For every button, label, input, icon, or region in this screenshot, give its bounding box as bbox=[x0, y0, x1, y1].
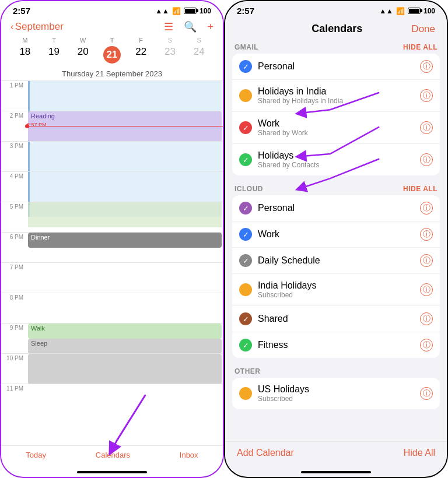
date-label: Thursday 21 September 2023 bbox=[10, 68, 214, 80]
hide-all-button[interactable]: Hide All bbox=[404, 448, 435, 458]
icloud-india-item[interactable]: India Holidays Subscribed ⓘ bbox=[232, 274, 440, 306]
time-slot-8pm bbox=[27, 293, 223, 323]
other-label: OTHER bbox=[235, 367, 261, 375]
date-20[interactable]: 20 bbox=[68, 45, 97, 65]
add-calendar-button[interactable]: Add Calendar bbox=[237, 448, 294, 458]
weekday-4: F bbox=[127, 37, 156, 44]
list-icon[interactable]: ☰ bbox=[164, 20, 173, 33]
walk-event[interactable]: Walk bbox=[28, 324, 222, 339]
date-19[interactable]: 19 bbox=[40, 45, 69, 65]
icloud-hide-all[interactable]: HIDE ALL bbox=[403, 185, 438, 193]
weekday-2: W bbox=[68, 37, 97, 44]
icloud-personal-info-btn[interactable]: ⓘ bbox=[420, 202, 433, 215]
cal-toolbar: ☰ 🔍 + bbox=[164, 20, 214, 33]
other-us-name: US Holidays bbox=[258, 384, 420, 395]
icloud-work-info-btn[interactable]: ⓘ bbox=[420, 228, 433, 241]
gmail-holidays-info-btn[interactable]: ⓘ bbox=[420, 89, 433, 102]
icloud-india-info-btn[interactable]: ⓘ bbox=[420, 283, 433, 296]
other-us-sub: Subscribed bbox=[258, 395, 420, 403]
icloud-fitness-item[interactable]: ✓ Fitness ⓘ bbox=[232, 332, 440, 358]
time-row-5pm: 5 PM bbox=[1, 202, 223, 232]
gmail-personal-info: Personal bbox=[258, 61, 420, 72]
time-slot-4pm bbox=[27, 172, 223, 202]
tab-inbox[interactable]: Inbox bbox=[180, 451, 198, 459]
date-22[interactable]: 22 bbox=[127, 45, 156, 65]
right-status-bar: 2:57 ▲▲ 📶 100 bbox=[225, 1, 447, 18]
date-23[interactable]: 23 bbox=[156, 45, 185, 65]
reading-event[interactable]: Reading bbox=[28, 111, 222, 142]
tab-calendars[interactable]: Calendars bbox=[96, 451, 130, 459]
icloud-daily-info-btn[interactable]: ⓘ bbox=[420, 254, 433, 267]
reading-label: Reading bbox=[31, 113, 55, 119]
home-indicator bbox=[77, 471, 147, 473]
sleep-event[interactable]: Sleep bbox=[28, 339, 222, 354]
icloud-daily-item[interactable]: ✓ Daily Schedule ⓘ bbox=[232, 248, 440, 274]
time-row-8pm: 8 PM bbox=[1, 293, 223, 323]
time-row-7pm: 7 PM bbox=[1, 262, 223, 293]
time-indicator: 2:57 PM bbox=[27, 126, 223, 126]
time-row-3pm: 3 PM bbox=[1, 141, 223, 171]
chevron-left-icon: ‹ bbox=[10, 21, 14, 33]
time-label-9pm: 9 PM bbox=[1, 324, 27, 353]
gmail-work-info-btn[interactable]: ⓘ bbox=[420, 121, 433, 134]
gmail-holidays-item[interactable]: Holidays in India Shared by Holidays in … bbox=[232, 80, 440, 112]
right-battery-icon bbox=[408, 8, 421, 14]
icloud-work-info: Work bbox=[258, 229, 420, 240]
time-slot-6pm: Dinner bbox=[27, 233, 223, 262]
done-button[interactable]: Done bbox=[411, 23, 435, 35]
tab-today[interactable]: Today bbox=[26, 451, 46, 459]
left-status-icons: ▲▲ 📶 100 bbox=[155, 7, 211, 15]
gmail-work-item[interactable]: ✓ Work Shared by Work ⓘ bbox=[232, 112, 440, 144]
icloud-daily-info: Daily Schedule bbox=[258, 255, 420, 266]
gmail-contacts-item[interactable]: ✓ Holidays Shared by Contacts ⓘ bbox=[232, 144, 440, 175]
gmail-personal-item[interactable]: ✓ Personal ⓘ bbox=[232, 54, 440, 80]
other-us-info-btn[interactable]: ⓘ bbox=[420, 387, 433, 400]
time-slot-5pm bbox=[27, 202, 223, 232]
time-label-11pm: 11 PM bbox=[1, 384, 27, 414]
date-21[interactable]: 21 bbox=[97, 45, 127, 65]
right-status-icons: ▲▲ 📶 100 bbox=[379, 7, 435, 15]
sleep-label: Sleep bbox=[31, 340, 47, 347]
add-icon[interactable]: + bbox=[207, 21, 214, 33]
gmail-personal-info-btn[interactable]: ⓘ bbox=[420, 60, 433, 73]
icloud-india-info: India Holidays Subscribed bbox=[258, 280, 420, 299]
icloud-india-sub: Subscribed bbox=[258, 291, 420, 299]
right-phone: 2:57 ▲▲ 📶 100 Calendars Done GMAIL HIDE … bbox=[224, 0, 448, 478]
icloud-work-item[interactable]: ✓ Work ⓘ bbox=[232, 222, 440, 248]
back-button[interactable]: ‹ September bbox=[10, 21, 64, 33]
month-label: September bbox=[15, 21, 64, 33]
gmail-contacts-name: Holidays bbox=[258, 150, 420, 161]
icloud-shared-item[interactable]: ✓ Shared ⓘ bbox=[232, 306, 440, 332]
calendars-title: Calendars bbox=[312, 23, 362, 35]
time-slot-10pm bbox=[27, 354, 223, 384]
icloud-shared-info: Shared bbox=[258, 314, 420, 324]
icloud-personal-item[interactable]: ✓ Personal ⓘ bbox=[232, 195, 440, 222]
date-24[interactable]: 24 bbox=[184, 45, 214, 65]
time-label-7pm: 7 PM bbox=[1, 263, 27, 293]
gmail-contacts-info-btn[interactable]: ⓘ bbox=[420, 153, 433, 166]
icloud-shared-info-btn[interactable]: ⓘ bbox=[420, 312, 433, 325]
calendars-scroll[interactable]: GMAIL HIDE ALL ✓ Personal ⓘ Holidays in … bbox=[225, 38, 447, 441]
dinner-event[interactable]: Dinner bbox=[28, 233, 222, 248]
other-section-header: OTHER bbox=[225, 363, 447, 378]
gmail-work-sub: Shared by Work bbox=[258, 129, 420, 137]
icloud-shared-name: Shared bbox=[258, 314, 420, 324]
time-label-10pm: 10 PM bbox=[1, 354, 27, 384]
date-18[interactable]: 18 bbox=[10, 45, 40, 65]
icloud-fitness-info-btn[interactable]: ⓘ bbox=[420, 339, 433, 352]
battery-icon bbox=[184, 8, 197, 14]
walk-label: Walk bbox=[31, 325, 45, 332]
time-row-10pm: 10 PM bbox=[1, 353, 223, 384]
battery-label: 100 bbox=[200, 7, 211, 15]
right-wifi-icon: 📶 bbox=[396, 7, 405, 15]
other-us-item[interactable]: US Holidays Subscribed ⓘ bbox=[232, 378, 440, 409]
time-label-5pm: 5 PM bbox=[1, 202, 27, 232]
icloud-fitness-name: Fitness bbox=[258, 340, 420, 350]
timeline[interactable]: 1 PM 2 PM Reading 2:57 PM 3 PM bbox=[1, 80, 223, 445]
weekday-1: T bbox=[40, 37, 69, 44]
time-label-1pm: 1 PM bbox=[1, 81, 27, 111]
weekday-6: S bbox=[184, 37, 214, 44]
search-icon[interactable]: 🔍 bbox=[184, 20, 197, 33]
gmail-hide-all[interactable]: HIDE ALL bbox=[403, 43, 438, 51]
time-slot-9pm: Walk Sleep bbox=[27, 324, 223, 353]
